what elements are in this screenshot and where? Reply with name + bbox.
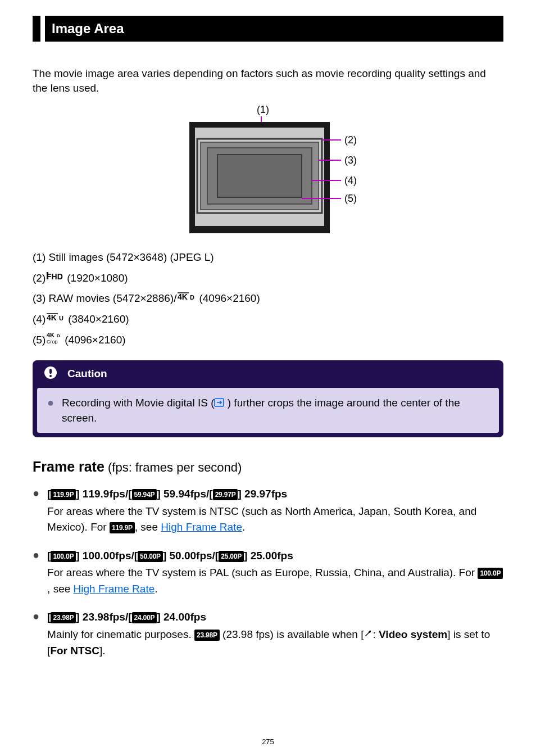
bullet-dot: ●	[33, 609, 39, 659]
high-frame-rate-link[interactable]: High Frame Rate	[74, 583, 155, 595]
caution-icon	[44, 366, 57, 382]
resolution-item-3: (3) RAW movies (5472×2886)/ 4KD (4096×21…	[33, 291, 503, 307]
svg-text:4K: 4K	[178, 292, 188, 301]
fhd-icon: FHD	[47, 270, 66, 287]
frame-rate-body: For areas where the TV system is PAL (su…	[47, 565, 503, 597]
4kd-crop-icon: 4KDCrop	[47, 332, 63, 349]
caution-ref-link[interactable]	[214, 397, 224, 409]
svg-text:Crop: Crop	[47, 339, 58, 344]
diagram-label-2: (2)	[344, 134, 357, 146]
svg-text:FHD: FHD	[47, 272, 63, 281]
high-frame-rate-link[interactable]: High Frame Rate	[161, 521, 242, 533]
frame-rate-heading: Frame rate (fps: frames per second)	[33, 459, 503, 475]
svg-text:4K: 4K	[47, 332, 54, 338]
caution-text: Recording with Movie digital IS ( ) furt…	[62, 396, 489, 425]
4ku-icon: 4KU	[47, 311, 67, 328]
fps-badge: 25.00P	[219, 551, 244, 562]
diagram-label-5: (5)	[344, 193, 357, 204]
intro-paragraph: The movie image area varies depending on…	[33, 66, 503, 95]
4kd-icon: 4KD	[178, 291, 198, 307]
frame-rate-item: ● [119.9P] 119.9fps/[59.94P] 59.94fps/[2…	[33, 486, 503, 536]
fps-badge: 119.9P	[51, 489, 76, 500]
wrench-icon	[364, 627, 373, 643]
fps-badge: 119.9P	[110, 522, 135, 533]
diagram-label-3: (3)	[344, 155, 357, 166]
svg-rect-6	[217, 155, 302, 197]
fps-badge: 23.98P	[194, 630, 220, 641]
resolution-item-4: (4) 4KU (3840×2160)	[33, 311, 503, 328]
reference-icon	[214, 396, 224, 411]
frame-rate-line1: [23.98P] 23.98fps/[24.00P] 24.00fps	[47, 609, 503, 626]
section-heading: Image Area	[33, 16, 503, 42]
resolution-item-1: (1) Still images (5472×3648) (JPEG L)	[33, 250, 503, 266]
bullet-dot: ●	[33, 548, 39, 597]
frame-rate-item: ● [23.98P] 23.98fps/[24.00P] 24.00fps Ma…	[33, 609, 503, 659]
diagram-label-4: (4)	[344, 175, 357, 186]
svg-text:4K: 4K	[47, 313, 57, 322]
svg-rect-23	[49, 369, 52, 374]
resolution-item-2: (2) FHD (1920×1080)	[33, 270, 503, 287]
frame-rate-line1: [119.9P] 119.9fps/[59.94P] 59.94fps/[29.…	[47, 486, 503, 503]
bullet-dot: ●	[47, 396, 54, 425]
bullet-dot: ●	[33, 486, 39, 536]
frame-rate-body: Mainly for cinematic purposes. 23.98P (2…	[47, 627, 503, 659]
fps-badge: 100.0P	[478, 568, 503, 579]
caution-box: Caution ● Recording with Movie digital I…	[33, 360, 503, 437]
caution-title: Caution	[67, 368, 107, 380]
fps-badge: 29.97P	[213, 489, 238, 500]
fps-badge: 23.98P	[51, 612, 76, 623]
frame-rate-item: ● [100.0P] 100.00fps/[50.00P] 50.00fps/[…	[33, 548, 503, 597]
frame-rate-line1: [100.0P] 100.00fps/[50.00P] 50.00fps/[25…	[47, 548, 503, 564]
diagram-label-1: (1)	[257, 104, 269, 115]
page-number: 275	[0, 737, 536, 746]
fps-badge: 100.0P	[51, 551, 76, 562]
heading-text: Image Area	[45, 16, 503, 42]
svg-point-24	[49, 375, 52, 377]
image-area-diagram: (1) (2) (3) (4) (5)	[33, 104, 503, 242]
svg-rect-12	[47, 272, 48, 279]
fps-badge: 50.00P	[138, 551, 163, 562]
fps-badge: 24.00P	[132, 612, 157, 623]
svg-text:D: D	[190, 294, 194, 301]
svg-text:U: U	[59, 315, 63, 322]
resolution-item-5: (5) 4KDCrop (4096×2160)	[33, 332, 503, 349]
frame-rate-body: For areas where the TV system is NTSC (s…	[47, 504, 503, 536]
svg-text:D: D	[57, 333, 60, 338]
fps-badge: 59.94P	[132, 489, 157, 500]
